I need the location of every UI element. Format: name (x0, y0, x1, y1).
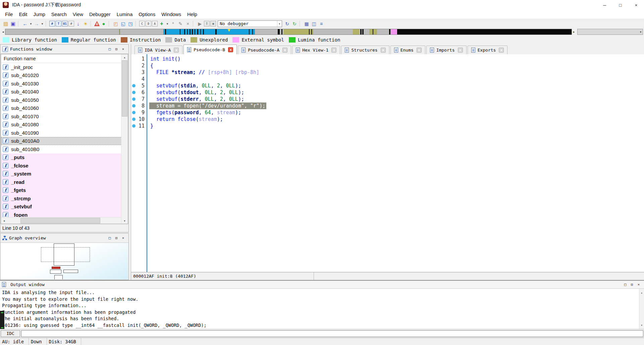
function-row[interactable]: fsub_401040 (1, 88, 128, 96)
back-history-dropdown-icon[interactable]: ▾ (29, 20, 33, 27)
menu-jump[interactable]: Jump (30, 12, 48, 17)
edit-icon[interactable]: ✎ (177, 20, 184, 27)
panel-close-button[interactable]: × (635, 281, 642, 288)
code-line-margin[interactable] (131, 109, 137, 116)
tab-enums[interactable]: Enumsx (390, 46, 425, 54)
search-values-icon[interactable]: 01 (62, 21, 68, 26)
desktop-load-icon[interactable]: ◳ (127, 20, 134, 27)
function-row[interactable]: fsub_401050 (1, 96, 128, 104)
idc-input[interactable] (21, 330, 643, 337)
scroll-left-icon[interactable]: ◂ (1, 219, 7, 222)
menu-file[interactable]: File (2, 12, 16, 17)
code-line[interactable]: 4 (131, 76, 644, 82)
tab-close-icon[interactable]: x (174, 48, 179, 53)
code-line-margin[interactable] (131, 89, 137, 96)
watches-icon[interactable]: ◫ (311, 20, 317, 27)
panel-float-button[interactable]: ⊡ (629, 281, 635, 288)
panel-close-button[interactable]: × (120, 46, 126, 53)
code-line-margin[interactable] (131, 102, 137, 109)
window-minimize-button[interactable]: ─ (597, 0, 612, 10)
add-struct-icon[interactable]: + (158, 20, 165, 27)
panel-float-button[interactable]: ⊡ (113, 46, 120, 53)
search-again-icon[interactable]: # (68, 21, 74, 26)
idc-button[interactable]: IDC (1, 330, 20, 337)
menu-edit[interactable]: Edit (16, 12, 30, 17)
debugger-stop-icon[interactable]: ■ (210, 21, 216, 26)
back-icon[interactable]: ← (22, 20, 29, 27)
forward-icon[interactable]: → (33, 20, 40, 27)
search-text-icon[interactable]: # (49, 21, 55, 26)
desktop-default-icon[interactable]: ◰ (112, 20, 119, 27)
function-row[interactable]: f_fclose (1, 161, 128, 170)
column-header-function-name[interactable]: Function name (1, 54, 128, 63)
code-line-margin[interactable] (131, 76, 137, 82)
pseudocode-view[interactable]: 1int init()2{3 FILE *stream; // [rsp+8h]… (131, 54, 644, 272)
scroll-down-icon[interactable]: ▼ (641, 322, 642, 329)
patch-icon[interactable]: * (170, 20, 176, 27)
window-close-button[interactable]: × (628, 0, 644, 10)
menu-windows[interactable]: Windows (158, 12, 184, 17)
breakpoints-icon[interactable]: ▦ (303, 20, 310, 27)
struct-dropdown-icon[interactable]: ▾ (166, 20, 169, 27)
jump-address-icon[interactable]: ↓ (75, 20, 82, 27)
tab-hex-view-1[interactable]: Hex View-1x (292, 46, 340, 54)
graph-overview-canvas[interactable] (1, 243, 128, 279)
lumina-icon[interactable]: ● (100, 20, 107, 27)
highlight-icon[interactable]: ☀ (82, 20, 89, 27)
code-line[interactable]: 5 setvbuf(stdin, 0LL, 2, 0LL); (131, 82, 644, 89)
tab-exports[interactable]: Exportsx (468, 46, 508, 54)
debugger-pause-icon[interactable]: ‖ (204, 21, 210, 26)
functions-vertical-scrollbar[interactable]: ▲ ▼ (121, 54, 128, 224)
panel-maximize-button[interactable]: □ (106, 46, 113, 53)
undefine-icon[interactable]: × (184, 20, 191, 27)
menu-search[interactable]: Search (48, 12, 70, 17)
debugger-attach-icon[interactable]: ↻ (284, 20, 290, 27)
code-line-margin[interactable] (131, 69, 137, 76)
tab-structures[interactable]: Structuresx (341, 46, 389, 54)
panel-close-button[interactable]: × (120, 235, 126, 242)
open-file-icon[interactable]: ▨ (2, 20, 9, 27)
function-row[interactable]: fsub_4010A0 (1, 137, 128, 145)
scroll-up-icon[interactable]: ▲ (121, 54, 128, 60)
navband-track[interactable] (5, 29, 572, 35)
function-row[interactable]: fsub_4010B0 (1, 145, 128, 153)
code-line[interactable]: 2{ (131, 62, 644, 69)
tab-imports[interactable]: Importsx (426, 46, 467, 54)
code-line-margin[interactable] (131, 56, 137, 62)
tab-pseudocode-a[interactable]: Pseudocode-Ax (238, 46, 291, 54)
function-row[interactable]: f_puts (1, 153, 128, 162)
chevron-down-icon[interactable]: ▾ (277, 21, 282, 27)
function-row[interactable]: fsub_401070 (1, 112, 128, 121)
output-vertical-scrollbar[interactable]: ▲ ▼ (639, 289, 644, 329)
function-row[interactable]: fsub_401080 (1, 121, 128, 129)
make-code-icon[interactable]: C (139, 21, 145, 26)
menu-debugger[interactable]: Debugger (86, 12, 114, 17)
tracing-icon[interactable]: ≡ (318, 20, 325, 27)
save-icon[interactable]: ▣ (10, 20, 16, 27)
search-names-icon[interactable]: T (56, 21, 61, 26)
code-line-margin[interactable] (131, 62, 137, 69)
tab-ida-view-a[interactable]: IDA View-Ax (135, 46, 182, 54)
function-row[interactable]: f_fgets (1, 186, 128, 195)
menu-lumina[interactable]: Lumina (114, 12, 136, 17)
scroll-down-icon[interactable]: ▼ (121, 218, 128, 224)
code-line[interactable]: 11} (131, 123, 644, 129)
tab-pseudocode-b[interactable]: Pseudocode-Bx (183, 45, 237, 54)
make-ascii-icon[interactable]: A (152, 21, 158, 26)
graph-overview-header[interactable]: Graph overview □⊡× (0, 233, 128, 243)
scrollbar-thumb[interactable] (122, 60, 127, 117)
tab-close-icon[interactable]: x (228, 47, 233, 52)
scrollbar-thumb[interactable] (20, 218, 100, 223)
code-line[interactable]: 10 return fclose(stream); (131, 116, 644, 123)
functions-window-header[interactable]: f Functions window □⊡× (0, 45, 128, 54)
tab-close-icon[interactable]: x (331, 48, 336, 53)
tab-close-icon[interactable]: x (499, 48, 504, 53)
function-row[interactable]: f_setvbuf (1, 203, 128, 211)
function-row[interactable]: f_strcmp (1, 194, 128, 203)
function-row[interactable]: fsub_401030 (1, 79, 128, 88)
code-line[interactable]: 3 FILE *stream; // [rsp+8h] [rbp-8h] (131, 69, 644, 76)
function-row[interactable]: f_system (1, 170, 128, 178)
function-row[interactable]: fsub_401090 (1, 129, 128, 137)
panel-maximize-button[interactable]: □ (622, 281, 629, 288)
function-row[interactable]: fsub_401060 (1, 104, 128, 113)
